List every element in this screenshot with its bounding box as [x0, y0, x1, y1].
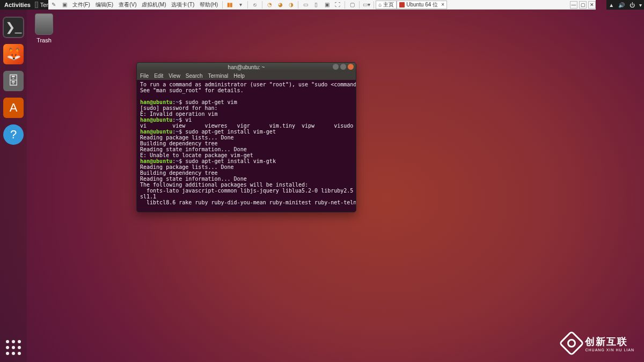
pause-icon[interactable]: ▮▮	[226, 1, 233, 9]
terminal-titlebar[interactable]: han@ubuntu: ~	[137, 63, 356, 71]
terminal-title: han@ubuntu: ~	[228, 64, 265, 70]
term-menu-file[interactable]: File	[140, 73, 149, 79]
view-multi-icon[interactable]: ▯	[312, 1, 320, 9]
tab-guest[interactable]: Ubuntu 64 位×	[397, 1, 447, 9]
power-icon[interactable]: ⏻	[630, 2, 635, 8]
chevron-down-icon[interactable]: ▾	[639, 2, 642, 8]
gnome-topbar: Activities Ter	[0, 0, 48, 10]
pin-icon[interactable]: ✎	[50, 1, 57, 9]
trash-label: Trash	[35, 37, 53, 43]
minimize-icon[interactable]	[333, 64, 339, 70]
view-single-icon[interactable]: ▭	[302, 1, 309, 9]
tab-home[interactable]: ⌂主页	[376, 1, 397, 9]
maximize-icon[interactable]	[340, 64, 346, 70]
desktop-trash[interactable]: Trash	[35, 13, 53, 43]
vm-menu-vm[interactable]: 虚拟机(M)	[139, 1, 169, 9]
send-cad-icon[interactable]: ⎋	[251, 1, 259, 9]
term-menu-help[interactable]: Help	[233, 73, 245, 79]
watermark-cn: 创新互联	[585, 335, 634, 348]
vm-host-menubar: ✎ ▣ 文件(F) 编辑(E) 查看(V) 虚拟机(M) 选项卡(T) 帮助(H…	[48, 0, 596, 10]
dock-files[interactable]: 🗄	[3, 71, 24, 91]
dock-software[interactable]: A	[3, 98, 24, 118]
close-icon[interactable]	[348, 64, 354, 70]
terminal-body[interactable]: To run a command as administrator (user …	[137, 80, 356, 212]
power-dropdown-icon[interactable]: ▾	[237, 1, 244, 9]
close-tab-icon[interactable]: ×	[441, 2, 444, 8]
dock-terminal[interactable]: ❯_	[3, 17, 24, 38]
terminal-window: han@ubuntu: ~ File Edit View Search Term…	[136, 62, 356, 212]
vm-menu-tabs[interactable]: 选项卡(T)	[169, 1, 197, 9]
fullscreen-icon[interactable]: ⛶	[334, 1, 341, 9]
active-app-label: Ter	[40, 2, 48, 8]
snapshot-icon[interactable]: ◔	[266, 1, 273, 9]
active-app-icon	[35, 2, 38, 8]
vm-menu-view[interactable]: 查看(V)	[116, 1, 139, 9]
show-applications-button[interactable]	[4, 338, 23, 357]
tabs-icon[interactable]: ▣	[61, 1, 68, 9]
network-icon[interactable]: ▲	[609, 2, 614, 8]
watermark: 创新互联 CHUANG XIN HU LIAN	[562, 334, 634, 352]
vm-menu-edit[interactable]: 编辑(E)	[93, 1, 116, 9]
watermark-en: CHUANG XIN HU LIAN	[585, 348, 634, 352]
host-maximize-icon[interactable]: ▢	[579, 1, 587, 9]
host-close-icon[interactable]: ✕	[588, 1, 596, 9]
snapshot-manage-icon[interactable]: ◕	[276, 1, 284, 9]
term-menu-search[interactable]: Search	[186, 73, 203, 79]
vm-menu-help[interactable]: 帮助(H)	[197, 1, 221, 9]
term-menu-edit[interactable]: Edit	[154, 73, 163, 79]
ubuntu-dock: ❯_ 🦊 🗄 A ?	[0, 10, 27, 362]
unity-icon[interactable]: ▢	[348, 1, 356, 9]
term-menu-view[interactable]: View	[169, 73, 180, 79]
terminal-menubar: File Edit View Search Terminal Help	[137, 71, 356, 80]
activities-button[interactable]: Activities	[0, 2, 35, 8]
trash-icon	[35, 13, 53, 35]
gnome-system-tray[interactable]: ▲ 🔊 ⏻ ▾	[606, 0, 644, 10]
home-icon: ⌂	[378, 2, 382, 8]
ubuntu-icon	[399, 2, 405, 8]
dock-firefox[interactable]: 🦊	[3, 44, 24, 64]
vm-menu-file[interactable]: 文件(F)	[70, 1, 93, 9]
watermark-logo-icon	[559, 330, 584, 356]
view-grid-icon[interactable]: ▣	[323, 1, 331, 9]
host-minimize-icon[interactable]: —	[570, 1, 577, 9]
stretch-icon[interactable]: ▭▾	[363, 1, 370, 9]
sound-icon[interactable]: 🔊	[618, 2, 625, 8]
term-menu-terminal[interactable]: Terminal	[208, 73, 229, 79]
snapshot-revert-icon[interactable]: ◑	[287, 1, 295, 9]
dock-help[interactable]: ?	[3, 124, 24, 145]
